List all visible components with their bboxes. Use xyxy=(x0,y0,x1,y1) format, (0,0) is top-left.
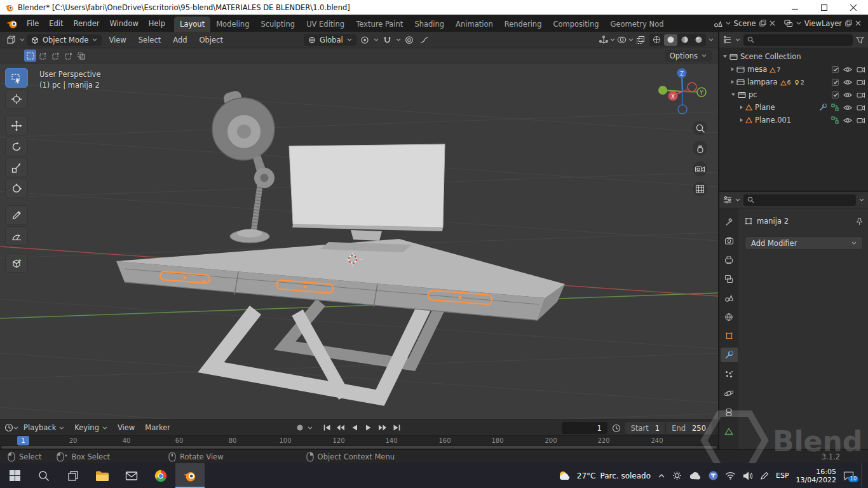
eye-icon[interactable] xyxy=(843,118,852,123)
transform-orientation-dropdown[interactable]: Global xyxy=(304,34,356,46)
eye-icon[interactable] xyxy=(843,67,852,72)
menu-view[interactable]: View xyxy=(112,423,140,432)
unlink-scene-icon[interactable] xyxy=(770,20,775,26)
tab-shading[interactable]: Shading xyxy=(409,17,450,32)
snap-magnet-button[interactable] xyxy=(381,34,394,46)
teams-icon[interactable] xyxy=(709,471,718,480)
clock[interactable]: 16:05 13/04/2022 xyxy=(796,468,836,484)
start-button[interactable] xyxy=(0,463,29,488)
select-mode-extend-button[interactable] xyxy=(37,50,49,62)
3d-scene[interactable] xyxy=(0,48,718,419)
tray-app-icon[interactable] xyxy=(672,471,682,480)
camera-icon[interactable] xyxy=(857,66,865,72)
menu-add[interactable]: Add xyxy=(168,32,192,48)
auto-keying-record-icon[interactable] xyxy=(294,422,306,433)
start-frame-field[interactable]: Start1 xyxy=(625,422,665,434)
menu-render[interactable]: Render xyxy=(69,15,105,32)
tab-particle-properties[interactable] xyxy=(721,367,738,381)
volume-icon[interactable] xyxy=(743,471,753,480)
tab-animation[interactable]: Animation xyxy=(450,17,499,32)
shading-solid-button[interactable] xyxy=(664,34,677,46)
selectable-checkbox[interactable] xyxy=(832,79,839,86)
tab-physics-properties[interactable] xyxy=(721,386,738,400)
select-mode-invert-button[interactable] xyxy=(62,50,74,62)
timeline-ruler[interactable]: 20 40 60 80 100 120 140 160 180 200 220 … xyxy=(0,435,718,445)
transform-tool[interactable] xyxy=(5,179,28,198)
add-cube-tool[interactable] xyxy=(5,253,28,273)
menu-edit[interactable]: Edit xyxy=(44,15,68,32)
tab-object-properties[interactable] xyxy=(721,329,738,343)
chrome-button[interactable] xyxy=(146,463,175,488)
menu-marker[interactable]: Marker xyxy=(140,423,175,432)
shading-rendered-button[interactable] xyxy=(692,34,705,46)
camera-icon[interactable] xyxy=(857,92,865,98)
taskbar-search-button[interactable] xyxy=(29,463,58,488)
outliner-search-input[interactable] xyxy=(743,34,853,46)
blender-taskbar-button[interactable] xyxy=(175,463,205,488)
menu-help[interactable]: Help xyxy=(144,15,170,32)
viewlayer-selector[interactable]: ViewLayer xyxy=(780,19,865,28)
xray-toggle-button[interactable] xyxy=(634,34,647,46)
orthographic-grid-icon[interactable] xyxy=(693,182,707,196)
editor-type-button[interactable] xyxy=(4,34,18,46)
close-button[interactable] xyxy=(839,0,868,15)
outliner-row-mesa[interactable]: mesa 7 xyxy=(719,63,868,76)
tab-scene-properties[interactable] xyxy=(721,290,738,305)
tab-render-properties[interactable] xyxy=(721,233,738,248)
add-modifier-button[interactable]: Add Modifier xyxy=(745,236,863,250)
menu-keying[interactable]: Keying xyxy=(69,423,112,432)
shading-material-button[interactable] xyxy=(678,34,691,46)
camera-icon[interactable] xyxy=(857,104,865,111)
select-mode-subtract-button[interactable] xyxy=(50,50,62,62)
end-frame-field[interactable]: End250 xyxy=(666,422,712,434)
tab-data-properties[interactable] xyxy=(721,424,738,438)
eye-icon[interactable] xyxy=(843,105,852,111)
tab-world-properties[interactable] xyxy=(721,309,738,324)
tab-modifier-properties[interactable] xyxy=(721,348,738,362)
playhead[interactable]: 1 xyxy=(17,436,29,445)
mail-button[interactable] xyxy=(117,463,146,488)
show-gizmo-button[interactable] xyxy=(597,34,610,46)
expand-icon[interactable] xyxy=(740,118,743,122)
options-button[interactable]: Options xyxy=(665,50,712,62)
proportional-editing-button[interactable] xyxy=(403,34,416,46)
select-box-tool[interactable] xyxy=(5,68,28,88)
eye-icon[interactable] xyxy=(843,79,852,85)
scene-selector[interactable]: Scene xyxy=(709,19,780,28)
pin-icon[interactable] xyxy=(856,217,863,226)
minimize-button[interactable] xyxy=(780,0,810,15)
play-icon[interactable] xyxy=(362,422,375,433)
remove-viewlayer-icon[interactable] xyxy=(855,20,861,26)
outliner-row-scene-collection[interactable]: Scene Collection xyxy=(719,50,868,63)
expand-icon[interactable] xyxy=(723,55,727,58)
wifi-icon[interactable] xyxy=(725,471,736,480)
3d-viewport[interactable]: Options User Perspective (1) pc | manija… xyxy=(0,48,718,419)
current-frame-field[interactable]: 1 xyxy=(562,422,607,434)
tab-uv-editing[interactable]: UV Editing xyxy=(301,17,350,32)
play-reverse-icon[interactable] xyxy=(348,422,361,433)
tab-geometry-nodes[interactable]: Geometry Nod xyxy=(605,17,670,32)
pan-hand-icon[interactable] xyxy=(693,141,707,156)
annotate-tool[interactable] xyxy=(5,205,28,225)
pivot-point-button[interactable] xyxy=(358,34,372,46)
tab-constraint-properties[interactable] xyxy=(721,405,738,419)
collapse-icon[interactable] xyxy=(731,93,735,96)
outliner-row-lampara[interactable]: lampara 6 2 xyxy=(719,76,868,88)
expand-icon[interactable] xyxy=(731,80,734,84)
use-preview-range-icon[interactable] xyxy=(612,424,621,433)
expand-icon[interactable] xyxy=(740,105,743,109)
menu-file[interactable]: File xyxy=(22,15,44,32)
task-view-button[interactable] xyxy=(58,463,88,488)
move-tool[interactable] xyxy=(5,116,28,135)
selectable-checkbox[interactable] xyxy=(832,92,839,98)
measure-tool[interactable] xyxy=(5,226,28,246)
tab-texture-paint[interactable]: Texture Paint xyxy=(350,17,409,32)
new-scene-icon[interactable] xyxy=(759,20,766,27)
camera-icon[interactable] xyxy=(857,79,865,85)
scale-tool[interactable] xyxy=(5,158,28,177)
outliner-row-pc[interactable]: pc xyxy=(719,88,868,101)
menu-playback[interactable]: Playback xyxy=(18,423,69,432)
tab-compositing[interactable]: Compositing xyxy=(547,17,604,32)
maximize-button[interactable] xyxy=(810,0,839,15)
next-keyframe-icon[interactable] xyxy=(376,422,389,433)
